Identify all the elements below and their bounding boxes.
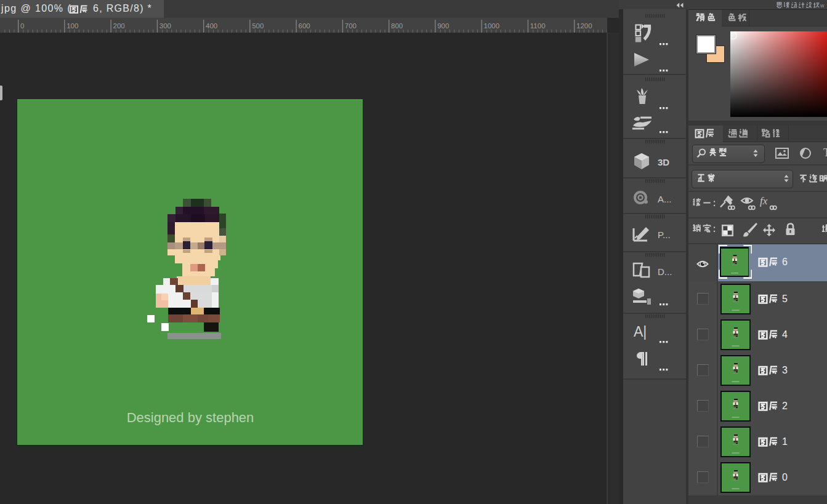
svg-text:fx: fx <box>760 195 768 207</box>
svg-text:900: 900 <box>437 22 449 30</box>
svg-text:1200: 1200 <box>576 22 592 30</box>
svg-text:1100: 1100 <box>530 22 546 30</box>
svg-text:1000: 1000 <box>484 22 500 30</box>
